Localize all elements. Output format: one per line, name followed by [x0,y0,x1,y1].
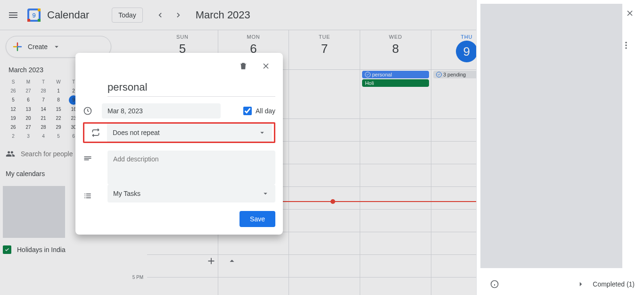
list-icon [83,191,92,201]
allday-checkbox[interactable] [243,107,252,115]
repeat-selector-highlighted[interactable]: Does not repeat [83,122,275,143]
date-picker[interactable]: Mar 8, 2023 [102,103,221,118]
dropdown-icon [261,189,270,198]
tasks-side-panel: Completed (1) [476,0,644,295]
close-panel-button[interactable] [620,4,639,23]
repeat-icon [91,128,100,137]
more-vert-icon [621,41,631,50]
task-title-input[interactable] [107,79,275,97]
allday-label: All day [256,107,275,115]
allday-toggle[interactable]: All day [243,107,275,115]
task-create-modal: Mar 8, 2023 All day Does not repeat My T… [75,53,283,235]
repeat-value: Does not repeat [113,129,160,136]
info-icon [490,279,499,289]
description-icon [83,154,92,164]
task-list-value: My Tasks [113,190,140,197]
close-icon [625,8,635,18]
panel-footer: Completed (1) [477,272,644,295]
completed-label[interactable]: Completed (1) [593,280,635,288]
trash-icon [239,61,248,71]
close-icon [261,61,271,71]
description-input[interactable] [113,155,270,170]
delete-button[interactable] [234,57,253,76]
dropdown-icon [258,128,266,137]
svg-point-11 [625,47,627,49]
close-button[interactable] [256,57,275,76]
panel-content-placeholder [480,4,622,268]
task-list-selector[interactable]: My Tasks [107,185,275,202]
chevron-right-icon[interactable] [577,280,585,288]
clock-icon [83,106,92,116]
save-button[interactable]: Save [239,211,275,227]
svg-point-9 [625,42,627,43]
svg-point-10 [625,44,627,46]
